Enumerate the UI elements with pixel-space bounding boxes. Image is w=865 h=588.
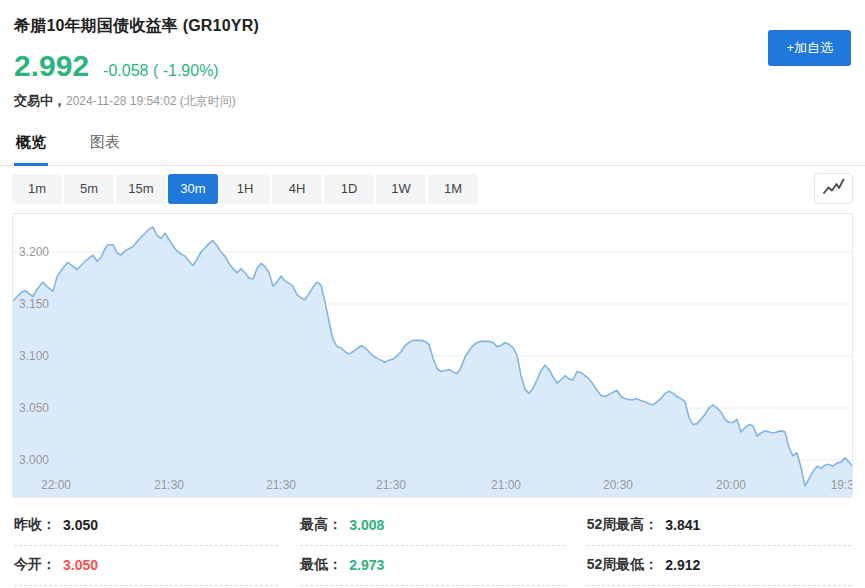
y-axis-label: 3.150 <box>19 297 49 311</box>
add-watchlist-button[interactable]: +加自选 <box>768 30 851 66</box>
x-axis-label: 20:00 <box>716 478 746 492</box>
price-change: -0.058 ( -1.90%) <box>103 62 219 80</box>
stat-value: 3.050 <box>63 557 98 573</box>
trading-status: 交易中， <box>14 93 66 108</box>
x-axis-label: 21:00 <box>491 478 521 492</box>
yield-chart-svg: 3.2003.1503.1003.0503.00022:0021:3021:30… <box>13 214 853 498</box>
y-axis-label: 3.050 <box>19 401 49 415</box>
stat-value: 3.008 <box>349 517 384 533</box>
x-axis-label: 21:30 <box>266 478 296 492</box>
stat-value: 2.912 <box>665 557 700 573</box>
y-axis-label: 3.000 <box>19 453 49 467</box>
range-button-1W[interactable]: 1W <box>376 174 426 204</box>
price-row: 2.992 -0.058 ( -1.90%) <box>14 49 851 83</box>
stat-label: 最低： <box>300 556 342 574</box>
time-range-group: 1m5m15m30m1H4H1D1W1M <box>12 174 478 204</box>
page-title: 希腊10年期国债收益率 (GR10YR) <box>14 16 851 37</box>
x-axis-label: 22:00 <box>41 478 71 492</box>
stat-52w-high: 52周最高：3.841 <box>587 506 851 546</box>
chart-toolbar: 1m5m15m30m1H4H1D1W1M <box>12 173 853 204</box>
stat-open: 今开：3.050 <box>14 546 278 586</box>
stat-value: 3.841 <box>665 517 700 533</box>
line-chart-icon <box>822 177 845 201</box>
stat-label: 今开： <box>14 556 56 574</box>
x-axis-label: 21:30 <box>154 478 184 492</box>
stat-52w-low: 52周最低：2.912 <box>587 546 851 586</box>
stat-label: 最高： <box>300 516 342 534</box>
stats-grid: 昨收：3.050最高：3.00852周最高：3.841今开：3.050最低：2.… <box>0 506 865 586</box>
stat-low: 最低：2.973 <box>300 546 564 586</box>
stat-label: 52周最低： <box>587 556 659 574</box>
range-button-1M[interactable]: 1M <box>428 174 478 204</box>
quote-header: 希腊10年期国债收益率 (GR10YR) 2.992 -0.058 ( -1.9… <box>0 0 865 110</box>
range-button-30m[interactable]: 30m <box>168 174 218 204</box>
stat-label: 昨收： <box>14 516 56 534</box>
chart-type-button[interactable] <box>814 173 853 204</box>
stat-value: 2.973 <box>349 557 384 573</box>
range-button-5m[interactable]: 5m <box>64 174 114 204</box>
tab-bar: 概览图表 <box>0 133 865 166</box>
status-row: 交易中，2024-11-28 19:54:02 (北京时间) <box>14 92 851 110</box>
tab-chart[interactable]: 图表 <box>88 133 122 166</box>
quote-page: 希腊10年期国债收益率 (GR10YR) 2.992 -0.058 ( -1.9… <box>0 0 865 588</box>
range-button-1H[interactable]: 1H <box>220 174 270 204</box>
yield-chart[interactable]: 3.2003.1503.1003.0503.00022:0021:3021:30… <box>12 213 853 498</box>
range-button-4H[interactable]: 4H <box>272 174 322 204</box>
yield-area <box>13 227 853 498</box>
stat-value: 3.050 <box>63 517 98 533</box>
stat-high: 最高：3.008 <box>300 506 564 546</box>
stat-label: 52周最高： <box>587 516 659 534</box>
x-axis-label: 21:30 <box>376 478 406 492</box>
range-button-15m[interactable]: 15m <box>116 174 166 204</box>
x-axis-label: 20:30 <box>603 478 633 492</box>
stat-prev-close: 昨收：3.050 <box>14 506 278 546</box>
range-button-1m[interactable]: 1m <box>12 174 62 204</box>
tab-overview[interactable]: 概览 <box>14 133 48 166</box>
status-time: 2024-11-28 19:54:02 (北京时间) <box>66 94 236 108</box>
current-price: 2.992 <box>14 49 89 83</box>
y-axis-label: 3.200 <box>19 245 49 259</box>
range-button-1D[interactable]: 1D <box>324 174 374 204</box>
y-axis-label: 3.100 <box>19 349 49 363</box>
x-axis-label: 19:3 <box>831 478 853 492</box>
